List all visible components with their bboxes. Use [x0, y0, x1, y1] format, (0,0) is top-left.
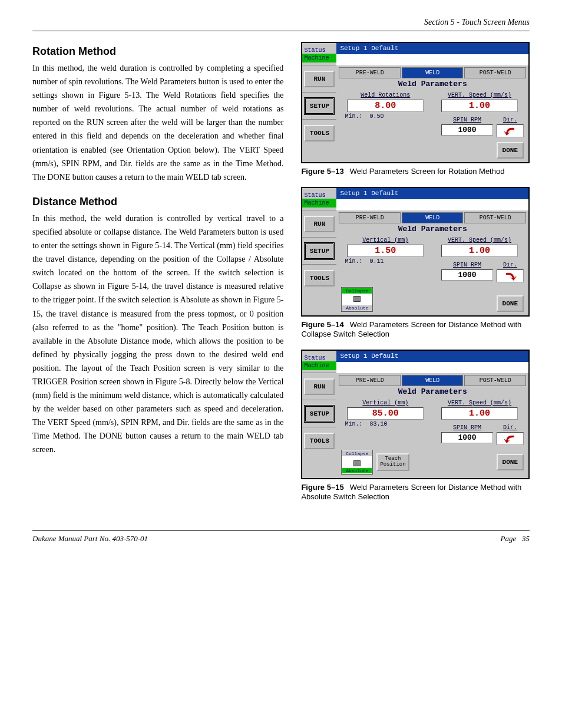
weld-parameters-title: Weld Parameters	[336, 386, 528, 397]
weld-rotations-label: Weld Rotations	[341, 92, 429, 98]
tab-post-weld[interactable]: POST-WELD	[464, 375, 526, 386]
machine-label: Machine	[302, 54, 336, 62]
vert-speed-label: VERT. Speed (mm/s)	[435, 400, 524, 406]
collapse-absolute-switch[interactable]: Collapse Absolute	[341, 287, 373, 312]
vertical-mm-label: Vertical (mm)	[341, 237, 429, 243]
screen-fig-5-14: Status Machine RUN SETUP TOOLS Setup 1 D…	[301, 187, 530, 317]
tab-pre-weld[interactable]: PRE-WELD	[339, 375, 401, 386]
screen-fig-5-13: Status Machine RUN SETUP TOOLS Setup 1 D…	[301, 42, 530, 163]
min-value: 0.11	[369, 258, 384, 265]
switch-collapse-label: Collapse	[342, 288, 372, 294]
run-button[interactable]: RUN	[304, 378, 335, 395]
spin-rpm-label: SPIN RPM	[441, 424, 493, 431]
tab-post-weld[interactable]: POST-WELD	[464, 212, 526, 223]
caption-5-14: Figure 5–14Weld Parameters Screen for Di…	[301, 320, 530, 339]
min-label: Min.:	[345, 258, 362, 265]
setup-button[interactable]: SETUP	[304, 242, 335, 260]
tab-pre-weld[interactable]: PRE-WELD	[339, 67, 401, 78]
tools-button[interactable]: TOOLS	[304, 433, 335, 449]
spin-rpm-label: SPIN RPM	[441, 117, 493, 123]
curved-arrow-icon	[503, 433, 518, 444]
title-bar: Setup 1 Default	[336, 351, 528, 362]
min-value: 83.10	[369, 421, 387, 427]
dir-label: Dir.	[497, 262, 524, 268]
heading-rotation-method: Rotation Method	[32, 45, 283, 58]
tab-weld[interactable]: WELD	[402, 67, 464, 78]
machine-label: Machine	[302, 199, 336, 207]
machine-label: Machine	[302, 361, 336, 370]
run-button[interactable]: RUN	[304, 71, 335, 87]
done-button[interactable]: DONE	[497, 454, 524, 470]
spin-rpm-value[interactable]: 1000	[441, 432, 493, 443]
title-bar: Setup 1 Default	[336, 43, 528, 54]
weld-parameters-title: Weld Parameters	[336, 78, 528, 90]
tab-post-weld[interactable]: POST-WELD	[464, 67, 526, 78]
switch-knob-icon	[353, 296, 361, 302]
white-bar	[336, 54, 528, 65]
paragraph-distance: In this method, the weld duration is con…	[32, 212, 283, 457]
tools-button[interactable]: TOOLS	[304, 125, 335, 141]
dir-button[interactable]	[497, 124, 524, 137]
text-column: Rotation Method In this method, the weld…	[32, 42, 283, 512]
vert-speed-value[interactable]: 1.00	[441, 245, 518, 257]
caption-5-13: Figure 5–13Weld Parameters Screen for Ro…	[301, 167, 530, 176]
header-section: Section 5 - Touch Screen Menus	[32, 18, 530, 31]
paragraph-rotation: In this method, the weld duration is con…	[32, 61, 283, 184]
vertical-mm-value[interactable]: 85.00	[347, 407, 424, 420]
white-bar	[336, 362, 528, 373]
tab-weld[interactable]: WELD	[402, 375, 464, 386]
spin-rpm-label: SPIN RPM	[441, 262, 493, 268]
run-button[interactable]: RUN	[304, 216, 335, 232]
status-label: Status	[302, 355, 336, 361]
switch-collapse-label: Collapse	[342, 451, 372, 456]
caption-5-15: Figure 5–15Weld Parameters Screen for Di…	[301, 483, 530, 502]
vert-speed-value[interactable]: 1.00	[441, 407, 518, 420]
weld-parameters-title: Weld Parameters	[336, 223, 528, 235]
title-bar: Setup 1 Default	[336, 188, 528, 199]
heading-distance-method: Distance Method	[32, 196, 283, 208]
spin-rpm-value[interactable]: 1000	[441, 124, 493, 136]
min-label: Min.:	[345, 113, 362, 120]
header-rule	[32, 31, 530, 31]
status-label: Status	[302, 47, 336, 54]
done-button[interactable]: DONE	[497, 295, 524, 312]
vertical-mm-value[interactable]: 1.50	[347, 245, 424, 257]
setup-button[interactable]: SETUP	[304, 405, 335, 423]
footer-left: Dukane Manual Part No. 403-570-01	[32, 534, 148, 543]
done-button[interactable]: DONE	[497, 142, 524, 159]
dir-button[interactable]	[497, 269, 524, 282]
tab-weld[interactable]: WELD	[402, 212, 464, 223]
teach-position-button[interactable]: TeachPosition	[376, 453, 409, 471]
switch-absolute-label: Absolute	[342, 305, 372, 311]
screen-fig-5-15: Status Machine RUN SETUP TOOLS Setup 1 D…	[301, 350, 530, 479]
switch-absolute-label: Absolute	[342, 468, 372, 473]
status-label: Status	[302, 192, 336, 199]
curved-arrow-icon	[503, 271, 518, 281]
switch-knob-icon	[353, 460, 361, 466]
tools-button[interactable]: TOOLS	[304, 270, 335, 286]
setup-button[interactable]: SETUP	[304, 97, 335, 115]
tab-pre-weld[interactable]: PRE-WELD	[339, 212, 401, 223]
vertical-mm-label: Vertical (mm)	[341, 400, 429, 406]
min-label: Min.:	[345, 421, 362, 427]
weld-rotations-value[interactable]: 8.00	[347, 100, 424, 112]
dir-label: Dir.	[497, 117, 524, 123]
figures-column: Status Machine RUN SETUP TOOLS Setup 1 D…	[301, 42, 530, 512]
vert-speed-value[interactable]: 1.00	[441, 100, 518, 112]
curved-arrow-icon	[503, 126, 518, 136]
vert-speed-label: VERT. Speed (mm/s)	[435, 92, 524, 98]
page-footer: Dukane Manual Part No. 403-570-01 Page 3…	[32, 530, 530, 543]
spin-rpm-value[interactable]: 1000	[441, 269, 493, 281]
footer-right: Page 35	[501, 534, 530, 543]
white-bar	[336, 199, 528, 210]
min-value: 0.50	[369, 113, 384, 120]
collapse-absolute-switch[interactable]: Collapse Absolute	[341, 450, 373, 475]
vert-speed-label: VERT. Speed (mm/s)	[435, 237, 524, 243]
dir-button[interactable]	[497, 432, 524, 445]
dir-label: Dir.	[497, 424, 524, 431]
